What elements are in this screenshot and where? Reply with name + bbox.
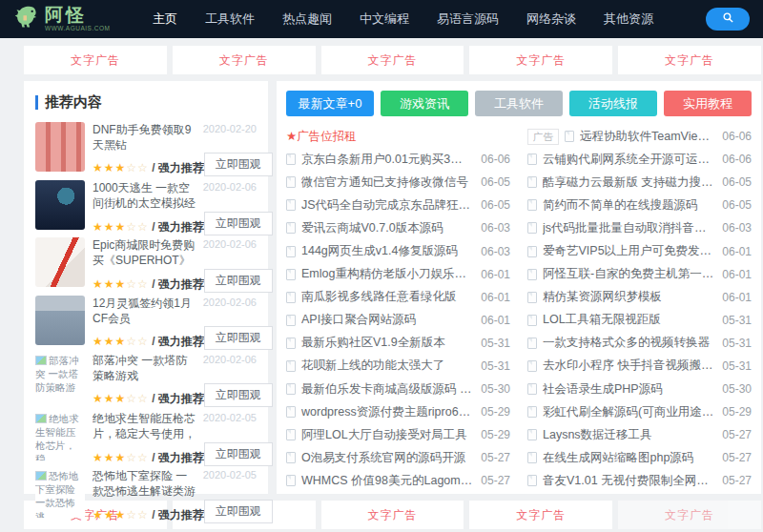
item-title[interactable]: Epic商城限时免费购买《SUPERHOT》游戏 xyxy=(93,237,198,269)
text-ad[interactable]: 文字广告 xyxy=(24,46,167,74)
article-title[interactable]: 云铺购代刷网系统全开源可运营程序搭建 xyxy=(543,152,714,168)
article-row[interactable]: JS代码全自动完成京东品牌狂欢城活动任务 06-05 xyxy=(286,194,510,216)
text-ad[interactable]: 文字广告 xyxy=(469,46,612,74)
text-ad[interactable]: 文字广告 xyxy=(321,46,464,74)
text-ad[interactable]: 文字广告 xyxy=(321,501,464,529)
article-title[interactable]: WHMCS 价值98美元的Lagom模板开源 xyxy=(301,473,473,489)
watch-now-button[interactable]: 立即围观 xyxy=(204,212,273,235)
nav-item[interactable]: 网络杂谈 xyxy=(526,10,576,28)
article-title[interactable]: Laysns数据迁移工具 xyxy=(543,427,714,443)
article-row[interactable]: 南瓜影视多线路任意看绿化版 06-01 xyxy=(286,286,510,309)
broken-image-icon[interactable]: 绝地求生智能压枪芯片，稳 xyxy=(35,411,85,460)
recommended-item[interactable]: 1000天逃生 一款空间街机的太空模拟经营游戏 2020-02-06 ★★★☆☆… xyxy=(35,180,257,230)
article-row[interactable]: 精仿某资源网织梦模板 06-01 xyxy=(527,286,752,309)
watch-now-button[interactable]: 立即围观 xyxy=(204,442,273,466)
item-thumbnail[interactable] xyxy=(35,237,85,287)
article-title[interactable]: 爱奇艺VIP5以上用户可免费发爱奇艺VIP红包 xyxy=(543,243,714,259)
article-title[interactable]: API接口聚合网站源码 xyxy=(301,312,473,328)
article-row[interactable]: wordpress资源付费主题ripro6.7含美化包... 05-29 xyxy=(286,400,510,423)
article-row[interactable]: API接口聚合网站源码 06-01 xyxy=(286,309,510,332)
article-row[interactable]: 广告 远程协助软件TeamViewer v11 单文件版 06-06 xyxy=(527,125,752,148)
article-row[interactable]: 微信官方通知已支持修改微信号 06-05 xyxy=(286,171,510,194)
text-ad[interactable]: 文字广告 xyxy=(173,46,316,74)
article-row[interactable]: ★广告位招租 xyxy=(286,125,510,148)
article-title[interactable]: 阿怪互联-自家的免费主机第一批正式开启 xyxy=(543,266,714,282)
nav-item[interactable]: 中文编程 xyxy=(360,10,409,28)
item-title[interactable]: 绝地求生智能压枪芯片，稳定大号使用，永久免费 xyxy=(93,411,198,442)
article-row[interactable]: 爱奇艺VIP5以上用户可免费发爱奇艺VIP红包 06-01 xyxy=(527,239,752,262)
text-ad[interactable]: 文字广告 xyxy=(469,501,612,529)
nav-item[interactable]: 主页 xyxy=(153,10,177,28)
article-title[interactable]: 音友V1.01 无视付费限制全网音乐无损免费... xyxy=(543,473,714,489)
site-logo[interactable]: 阿怪 WWW.AGUAIS.COM xyxy=(13,4,130,34)
article-title[interactable]: js代码批量批量自动取消抖音关注 xyxy=(543,220,714,236)
article-title[interactable]: 酷享磁力云最新版 支持磁力搜索下载和一... xyxy=(543,174,714,191)
recommended-item[interactable]: 部落冲突 一款塔防策略游 部落冲突 一款塔防策略游戏 2020-02-06 ★★… xyxy=(35,353,257,402)
article-row[interactable]: LOL工具箱无限视距版 05-31 xyxy=(527,309,752,332)
nav-item[interactable]: 热点趣闻 xyxy=(282,10,332,28)
article-title[interactable]: 微信官方通知已支持修改微信号 xyxy=(301,174,473,191)
article-row[interactable]: 酷享磁力云最新版 支持磁力搜索下载和一... 06-05 xyxy=(527,171,752,194)
article-title[interactable]: 简约而不简单的在线搜题源码 xyxy=(543,197,714,214)
article-row[interactable]: 阿怪互联-自家的免费主机第一批正式开启 06-01 xyxy=(527,263,752,286)
article-title[interactable]: 社会语录生成PHP源码 xyxy=(543,381,714,398)
watch-now-button[interactable]: 立即围观 xyxy=(204,153,273,176)
recommended-item[interactable]: DNF助手免费领取9天黑钻 2020-02-20 ★★★☆☆ / 强力推荐 立即… xyxy=(35,122,257,172)
article-title[interactable]: 144g网页生成v1.4修复版源码 xyxy=(301,243,473,259)
nav-item[interactable]: 易语言源码 xyxy=(437,10,499,28)
item-title[interactable]: 1000天逃生 一款空间街机的太空模拟经营游戏 xyxy=(93,180,198,212)
broken-image-icon[interactable]: 部落冲突 一款塔防策略游 xyxy=(35,353,85,402)
article-title[interactable]: 去水印小程序 快手抖音视频搬运工上热门... xyxy=(543,358,714,374)
recommended-item[interactable]: 12月灵狐签约领1月CF会员 2020-02-06 ★★★☆☆ / 强力推荐 立… xyxy=(35,296,257,345)
article-title[interactable]: LOL工具箱无限视距版 xyxy=(543,312,714,328)
watch-now-button[interactable]: 立即围观 xyxy=(204,326,273,350)
article-title[interactable]: 精仿某资源网织梦模板 xyxy=(543,289,714,305)
article-row[interactable]: 在线生成网站缩略图php源码 05-27 xyxy=(527,446,752,469)
text-ad[interactable]: 文字广告 xyxy=(618,46,761,74)
article-title[interactable]: 远程协助软件TeamViewer v11 单文件版 xyxy=(580,129,714,145)
article-title[interactable]: 京东白条新用户0.01元购买3个月爱奇艺黄... xyxy=(301,152,473,168)
article-title[interactable]: Emlog重构精仿老版小刀娱乐网HFoldao模... xyxy=(301,266,473,282)
article-title[interactable]: ★广告位招租 xyxy=(286,129,503,145)
item-title[interactable]: 部落冲突 一款塔防策略游戏 xyxy=(93,353,198,383)
category-button[interactable]: 实用教程 xyxy=(664,91,752,116)
watch-now-button[interactable]: 立即围观 xyxy=(204,500,273,523)
item-thumbnail[interactable] xyxy=(35,180,85,230)
article-row[interactable]: 去水印小程序 快手抖音视频搬运工上热门... 05-31 xyxy=(527,355,752,378)
article-row[interactable]: 爱讯云商城V0.7.0版本源码 06-03 xyxy=(286,216,510,239)
item-thumbnail[interactable] xyxy=(35,122,85,172)
article-row[interactable]: 京东白条新用户0.01元购买3个月爱奇艺黄... 06-06 xyxy=(286,148,510,171)
article-row[interactable]: 彩虹代刷全解源码(可商业用途 防黑) 05-29 xyxy=(527,400,752,423)
item-title[interactable]: 恐怖地下室探险 一款恐怖逃生解谜类游戏 xyxy=(93,468,198,500)
article-row[interactable]: 简约而不简单的在线搜题源码 06-05 xyxy=(527,194,752,216)
recommended-item[interactable]: 恐怖地下室探险 一款恐怖逃 恐怖地下室探险 一款恐怖逃生解谜类游戏 2020-0… xyxy=(35,468,257,518)
broken-image-icon[interactable]: 恐怖地下室探险 一款恐怖逃 xyxy=(35,468,85,518)
item-thumbnail[interactable] xyxy=(35,296,85,345)
article-title[interactable]: 最新伯乐发卡商城高级版源码 无后门 xyxy=(301,381,473,398)
category-button[interactable]: 工具软件 xyxy=(475,91,563,116)
article-title[interactable]: 爱讯云商城V0.7.0版本源码 xyxy=(301,220,473,236)
article-title[interactable]: 阿理LOL大厅自动接受对局工具 xyxy=(301,427,473,443)
article-row[interactable]: Emlog重构精仿老版小刀娱乐网HFoldao模... 06-01 xyxy=(286,263,510,286)
article-title[interactable]: O泡易支付系统官网的源码开源 xyxy=(301,450,473,466)
article-title[interactable]: 南瓜影视多线路任意看绿化版 xyxy=(301,289,473,305)
article-row[interactable]: WHMCS 价值98美元的Lagom模板开源 05-27 xyxy=(286,469,510,492)
category-button[interactable]: 游戏资讯 xyxy=(381,91,468,116)
article-title[interactable]: 最新乐购社区V1.9全新版本 xyxy=(301,335,473,351)
category-button[interactable]: 最新文章+0 xyxy=(286,91,374,116)
nav-item[interactable]: 工具软件 xyxy=(205,10,255,28)
article-row[interactable]: 144g网页生成v1.4修复版源码 06-03 xyxy=(286,239,510,262)
article-row[interactable]: 最新伯乐发卡商城高级版源码 无后门 05-30 xyxy=(286,378,510,400)
item-title[interactable]: 12月灵狐签约领1月CF会员 xyxy=(93,296,198,326)
article-row[interactable]: 花呗新上线的功能太强大了 05-31 xyxy=(286,355,510,378)
article-title[interactable]: JS代码全自动完成京东品牌狂欢城活动任务 xyxy=(301,197,473,214)
article-title[interactable]: 在线生成网站缩略图php源码 xyxy=(543,450,714,466)
article-title[interactable]: 花呗新上线的功能太强大了 xyxy=(301,358,473,374)
article-row[interactable]: 音友V1.01 无视付费限制全网音乐无损免费... 05-27 xyxy=(527,469,752,492)
category-button[interactable]: 活动线报 xyxy=(569,91,657,116)
nav-item[interactable]: 其他资源 xyxy=(604,10,653,28)
article-title[interactable]: wordpress资源付费主题ripro6.7含美化包... xyxy=(301,404,473,420)
article-title[interactable]: 一款支持格式众多的视频转换器 xyxy=(543,335,714,351)
article-row[interactable]: 最新乐购社区V1.9全新版本 05-31 xyxy=(286,332,510,355)
article-title[interactable]: 彩虹代刷全解源码(可商业用途 防黑) xyxy=(543,404,714,420)
